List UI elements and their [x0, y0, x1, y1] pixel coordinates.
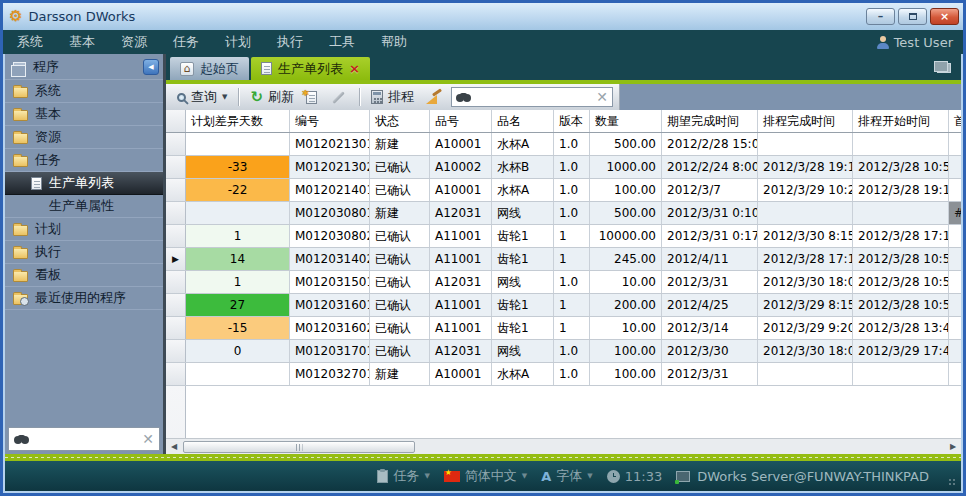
sidebar-search-clear-icon[interactable]: ✕: [142, 432, 154, 446]
table-cell-diff[interactable]: 14: [186, 248, 290, 270]
table-cell-diff[interactable]: 0: [186, 340, 290, 362]
table-cell-item_name[interactable]: 齿轮1: [492, 294, 554, 316]
sidebar-item[interactable]: 生产单属性: [5, 195, 163, 218]
table-cell-sched_end[interactable]: 2012/3/30 8:15: [758, 225, 853, 247]
horizontal-scrollbar[interactable]: ◀ ▶: [166, 438, 961, 454]
table-cell-extra[interactable]: [949, 156, 961, 178]
table-cell-diff[interactable]: [186, 133, 290, 155]
sidebar-item[interactable]: 执行: [5, 241, 163, 264]
table-cell-expect[interactable]: 2012/3/31 0:17: [662, 225, 758, 247]
table-cell-diff[interactable]: [186, 363, 290, 385]
table-cell-qty[interactable]: 245.00: [590, 248, 662, 270]
table-cell-status[interactable]: 已确认: [370, 225, 430, 247]
table-cell-diff[interactable]: 1: [186, 271, 290, 293]
table-cell-no[interactable]: M012031701: [290, 340, 370, 362]
table-row[interactable]: 1M012031501已确认A12031网线1.010.002012/3/312…: [166, 271, 961, 294]
sidebar-item[interactable]: 基本: [5, 103, 163, 126]
table-cell-diff[interactable]: -15: [186, 317, 290, 339]
table-cell-diff[interactable]: 27: [186, 294, 290, 316]
refresh-button[interactable]: ↻ 刷新: [247, 86, 297, 108]
table-cell-sched_end[interactable]: 2012/3/28 17:13: [758, 248, 853, 270]
table-cell-item_name[interactable]: 齿轮1: [492, 225, 554, 247]
status-language-menu[interactable]: 简体中文 ▼: [444, 467, 527, 485]
new-button[interactable]: *: [303, 89, 320, 106]
menu-help[interactable]: 帮助: [381, 33, 407, 51]
table-row[interactable]: M012021301新建A10001水杯A1.0500.002012/2/28 …: [166, 133, 961, 156]
table-cell-item_no[interactable]: A12031: [430, 340, 492, 362]
sidebar-item[interactable]: 计划: [5, 218, 163, 241]
table-row[interactable]: 27M012031601已确认A11001齿轮11200.002012/4/25…: [166, 294, 961, 317]
table-cell-status[interactable]: 已确认: [370, 271, 430, 293]
table-cell-item_name[interactable]: 网线: [492, 271, 554, 293]
status-font-menu[interactable]: A 字体 ▼: [541, 467, 592, 485]
tab-home[interactable]: ⌂ 起始页: [170, 57, 249, 80]
table-row[interactable]: -33M012021302已确认A10002水杯B1.01000.002012/…: [166, 156, 961, 179]
column-header-version[interactable]: 版本: [554, 110, 590, 132]
table-cell-diff[interactable]: -33: [186, 156, 290, 178]
table-cell-extra[interactable]: [949, 225, 961, 247]
column-header-expect[interactable]: 期望完成时间: [662, 110, 758, 132]
table-cell-item_no[interactable]: A12031: [430, 202, 492, 224]
table-cell-no[interactable]: M012031601: [290, 294, 370, 316]
menu-resource[interactable]: 资源: [121, 33, 147, 51]
edit-button[interactable]: [326, 94, 351, 101]
table-cell-version[interactable]: 1.0: [554, 340, 590, 362]
table-cell-qty[interactable]: 100.00: [590, 179, 662, 201]
table-cell-sched_start[interactable]: [853, 202, 949, 224]
table-cell-version[interactable]: 1.0: [554, 156, 590, 178]
table-cell-sched_end[interactable]: 2012/3/29 8:15: [758, 294, 853, 316]
table-cell-sched_end[interactable]: [758, 133, 853, 155]
table-cell-sched_end[interactable]: [758, 363, 853, 385]
table-cell-no[interactable]: M012021302: [290, 156, 370, 178]
table-cell-sched_end[interactable]: 2012/3/30 18:00: [758, 340, 853, 362]
table-cell-version[interactable]: 1.0: [554, 133, 590, 155]
table-cell-item_no[interactable]: A12031: [430, 271, 492, 293]
table-cell-expect[interactable]: 2012/3/14: [662, 317, 758, 339]
table-cell-status[interactable]: 新建: [370, 202, 430, 224]
table-cell-item_no[interactable]: A11001: [430, 225, 492, 247]
table-cell-version[interactable]: 1.0: [554, 271, 590, 293]
column-header-sched_start[interactable]: 排程开始时间: [853, 110, 949, 132]
table-cell-sched_start[interactable]: 2012/3/28 13:40: [853, 317, 949, 339]
table-cell-no[interactable]: M012031402: [290, 248, 370, 270]
table-cell-item_no[interactable]: A10001: [430, 133, 492, 155]
table-cell-diff[interactable]: -22: [186, 179, 290, 201]
table-cell-version[interactable]: 1.0: [554, 179, 590, 201]
table-cell-extra[interactable]: #: [949, 202, 961, 224]
filter-search-input[interactable]: [475, 90, 592, 104]
scroll-left-icon[interactable]: ◀: [167, 440, 181, 454]
table-cell-version[interactable]: 1: [554, 248, 590, 270]
sidebar-collapse-button[interactable]: ◀: [143, 59, 159, 75]
table-row[interactable]: -15M012031602已确认A11001齿轮1110.002012/3/14…: [166, 317, 961, 340]
table-cell-no[interactable]: M012021401: [290, 179, 370, 201]
table-cell-status[interactable]: 已确认: [370, 294, 430, 316]
table-cell-sched_start[interactable]: 2012/3/28 10:52: [853, 156, 949, 178]
table-cell-qty[interactable]: 1000.00: [590, 156, 662, 178]
menu-task[interactable]: 任务: [173, 33, 199, 51]
table-cell-item_name[interactable]: 水杯A: [492, 133, 554, 155]
table-cell-expect[interactable]: 2012/4/25: [662, 294, 758, 316]
sidebar-item[interactable]: 最近使用的程序: [5, 287, 163, 310]
table-cell-extra[interactable]: [949, 271, 961, 293]
table-cell-expect[interactable]: 2012/3/30: [662, 340, 758, 362]
table-cell-qty[interactable]: 10.00: [590, 317, 662, 339]
table-cell-qty[interactable]: 200.00: [590, 294, 662, 316]
table-cell-status[interactable]: 新建: [370, 363, 430, 385]
table-cell-status[interactable]: 已确认: [370, 179, 430, 201]
table-cell-no[interactable]: M012030802: [290, 225, 370, 247]
user-menu[interactable]: Test User: [877, 35, 953, 50]
table-cell-extra[interactable]: [949, 248, 961, 270]
table-cell-expect[interactable]: 2012/3/31: [662, 363, 758, 385]
column-header-item_no[interactable]: 品号: [430, 110, 492, 132]
table-cell-item_no[interactable]: A10002: [430, 156, 492, 178]
table-cell-extra[interactable]: [949, 179, 961, 201]
column-header-item_name[interactable]: 品名: [492, 110, 554, 132]
query-caret-icon[interactable]: ▼: [222, 93, 227, 101]
table-cell-sched_start[interactable]: [853, 363, 949, 385]
table-cell-sched_start[interactable]: 2012/3/28 10:52: [853, 271, 949, 293]
table-cell-item_no[interactable]: A10001: [430, 179, 492, 201]
table-cell-expect[interactable]: 2012/4/11: [662, 248, 758, 270]
table-cell-item_name[interactable]: 水杯B: [492, 156, 554, 178]
column-header-extra[interactable]: 首: [949, 110, 961, 132]
table-cell-sched_end[interactable]: 2012/3/29 9:20: [758, 317, 853, 339]
